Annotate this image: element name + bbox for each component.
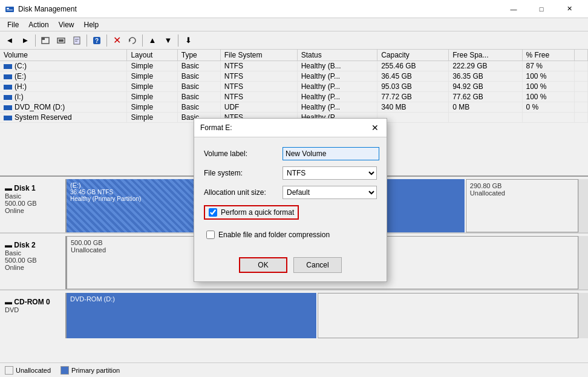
table-row[interactable]: (H:) Simple Basic NTFS Healthy (P... 95.… <box>0 82 588 92</box>
cell-extra <box>575 113 588 123</box>
table-row[interactable]: (C:) Simple Basic NTFS Healthy (B... 255… <box>0 61 588 71</box>
cell-layout: Simple <box>127 102 177 113</box>
menu-help[interactable]: Help <box>79 19 104 30</box>
toolbar-back[interactable]: ◄ <box>2 33 17 48</box>
disk1-size: 500.00 GB <box>5 200 60 207</box>
part-e-size: 36.45 GB NTFS <box>70 189 205 195</box>
scrollbar-cdrom[interactable] <box>578 293 588 338</box>
toolbar-sep-4 <box>142 34 143 47</box>
legend: Unallocated Primary partition <box>0 362 588 377</box>
cell-extra <box>575 71 588 82</box>
legend-unallocated-label: Unallocated <box>16 367 51 374</box>
menu-file[interactable]: File <box>2 19 24 30</box>
toolbar-up[interactable]: ▲ <box>145 33 160 48</box>
disk2-name: ▬ Disk 2 <box>5 241 60 249</box>
cdrom-partitions: DVD-ROM (D:) <box>67 293 578 338</box>
ok-button[interactable]: OK <box>239 257 287 273</box>
toolbar-show-hide[interactable] <box>54 33 68 48</box>
toolbar-up-tree[interactable] <box>38 33 53 48</box>
cell-pct: 100 % <box>522 71 575 82</box>
compression-checkbox[interactable] <box>206 231 215 239</box>
volume-label-row: Volume label: <box>204 147 377 160</box>
file-system-row: File system: NTFS FAT FAT32 exFAT <box>204 166 377 180</box>
cell-fs: UDF <box>220 102 297 113</box>
toolbar-properties[interactable] <box>70 33 84 48</box>
title-bar: Disk Management — □ ✕ <box>0 0 588 18</box>
toolbar-forward[interactable]: ► <box>18 33 33 48</box>
scrollbar-disk1[interactable] <box>578 179 588 232</box>
cell-pct: 0 % <box>522 102 575 113</box>
cdrom-part-dvd[interactable]: DVD-ROM (D:) <box>67 293 318 338</box>
minimize-button[interactable]: — <box>500 0 528 18</box>
cell-type: Basic <box>177 71 220 82</box>
col-extra <box>575 50 588 61</box>
cell-type: Basic <box>177 82 220 92</box>
cell-fs: NTFS <box>220 92 297 102</box>
cdrom-part-empty <box>318 293 578 338</box>
cell-layout: Simple <box>127 82 177 92</box>
toolbar-help[interactable]: ? <box>90 33 104 48</box>
toolbar-sep-1 <box>35 34 36 47</box>
cell-free: 222.29 GB <box>449 61 522 71</box>
toolbar-sep-5 <box>178 34 178 47</box>
file-system-select[interactable]: NTFS FAT FAT32 exFAT <box>283 166 377 180</box>
scrollbar-disk2[interactable] <box>578 236 588 289</box>
table-row[interactable]: DVD_ROM (D:) Simple Basic UDF Healthy (P… <box>0 102 588 113</box>
cell-layout: Simple <box>127 113 177 123</box>
cell-status: Healthy (P... <box>297 82 377 92</box>
toolbar: ◄ ► ? ✕ ▲ ▼ ⬇ <box>0 31 588 50</box>
col-capacity: Capacity <box>377 50 449 61</box>
cell-free <box>449 113 522 123</box>
table-row[interactable]: (E:) Simple Basic NTFS Healthy (P... 36.… <box>0 71 588 82</box>
toolbar-refresh[interactable] <box>125 33 140 48</box>
volume-label-input[interactable] <box>283 147 379 160</box>
cell-free: 77.62 GB <box>449 92 522 102</box>
maximize-button[interactable]: □ <box>528 0 555 18</box>
toolbar-delete[interactable]: ✕ <box>109 33 124 48</box>
legend-primary-label: Primary partition <box>71 367 120 374</box>
menu-view[interactable]: View <box>54 19 79 30</box>
svg-rect-2 <box>7 10 13 10</box>
disk1-unalloc-label: Unallocated <box>470 189 574 197</box>
cell-fs: NTFS <box>220 71 297 82</box>
cdrom-name: ▬ CD-ROM 0 <box>5 298 60 306</box>
toolbar-down[interactable]: ▼ <box>161 33 175 48</box>
disk2-label: ▬ Disk 2 Basic 500.00 GB Online <box>0 236 67 289</box>
cell-volume: (I:) <box>0 92 127 102</box>
cell-type: Basic <box>177 92 220 102</box>
table-row[interactable]: (I:) Simple Basic NTFS Healthy (P... 77.… <box>0 92 588 102</box>
alloc-label: Allocation unit size: <box>204 188 283 197</box>
alloc-select[interactable]: Default 512 1024 2048 4096 <box>283 186 377 199</box>
disk1-part-unalloc[interactable]: 290.80 GB Unallocated <box>466 179 578 232</box>
cell-layout: Simple <box>127 61 177 71</box>
quick-format-checkbox[interactable] <box>209 208 217 217</box>
cell-free: 94.92 GB <box>449 82 522 92</box>
cancel-button[interactable]: Cancel <box>293 257 342 273</box>
volume-table: Volume Layout Type File System Status Ca… <box>0 50 588 123</box>
dialog-buttons: OK Cancel <box>194 252 387 281</box>
disk1-status: Online <box>5 207 60 214</box>
part-e-label: (E:) <box>70 182 205 189</box>
svg-rect-1 <box>7 8 9 9</box>
col-pct: % Free <box>522 50 575 61</box>
disk1-part-e[interactable]: (E:) 36.45 GB NTFS Healthy (Primary Part… <box>67 179 210 232</box>
cell-free: 0 MB <box>449 102 522 113</box>
cell-free: 36.35 GB <box>449 71 522 82</box>
close-button[interactable]: ✕ <box>555 0 583 18</box>
toolbar-sep-3 <box>106 34 107 47</box>
compression-row: Enable file and folder compression <box>204 229 377 240</box>
cell-volume: (E:) <box>0 71 127 82</box>
toolbar-export[interactable]: ⬇ <box>181 33 195 48</box>
disk2-size: 500.00 GB <box>5 257 60 264</box>
cell-status: Healthy (P... <box>297 71 377 82</box>
col-volume: Volume <box>0 50 127 61</box>
menu-action[interactable]: Action <box>24 19 53 30</box>
cell-type: Basic <box>177 102 220 113</box>
file-system-label: File system: <box>204 169 283 177</box>
cell-layout: Simple <box>127 71 177 82</box>
cell-pct: 100 % <box>522 82 575 92</box>
cell-volume: System Reserved <box>0 113 127 123</box>
cell-status: Healthy (P... <box>297 102 377 113</box>
format-dialog: Format E: ✕ Volume label: File system: N… <box>194 118 387 282</box>
dialog-close-button[interactable]: ✕ <box>370 122 381 133</box>
